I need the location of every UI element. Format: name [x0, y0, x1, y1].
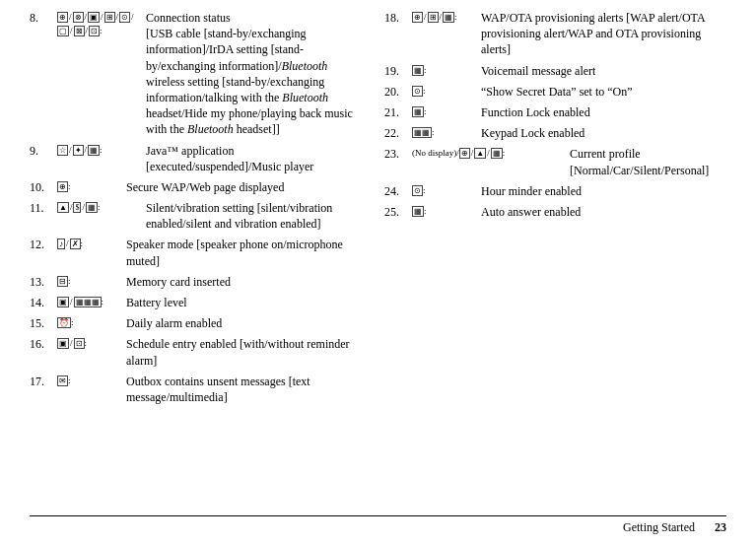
entry-10: 10. ⊕: Secure WAP/Web page displayed	[30, 179, 365, 195]
entry-23-desc: Current profile [Normal/Car/Silent/Perso…	[570, 146, 726, 177]
entry-21-number: 21.	[384, 104, 412, 120]
entry-22-desc: Keypad Lock enabled	[481, 125, 726, 141]
footer-page: 23	[715, 520, 726, 535]
entry-20-desc: “Show Secret Data” set to “On”	[481, 84, 726, 100]
entry-18: 18. ⊕/⊞/▦: WAP/OTA provisioning alerts […	[384, 10, 726, 58]
entry-8-number: 8.	[30, 10, 57, 138]
entry-21-icon: ▦:	[412, 104, 481, 120]
entry-10-desc: Secure WAP/Web page displayed	[126, 179, 365, 195]
footer-label: Getting Started	[623, 520, 695, 535]
entry-13: 13. ⊟: Memory card inserted	[30, 274, 365, 290]
entry-25-number: 25.	[384, 204, 412, 220]
left-column: 8. ⊕/⊗/▣/⊞/⊙/▢/⊠/⊡: Connection status [U…	[30, 10, 365, 511]
entry-11: 11. ▲/$/▦: Silent/vibration setting [sil…	[30, 200, 365, 232]
right-column: 18. ⊕/⊞/▦: WAP/OTA provisioning alerts […	[384, 10, 726, 511]
entry-9: 9. ☆/✦/▦: Java™ application [executed/su…	[30, 143, 365, 174]
entry-19-number: 19.	[384, 63, 412, 79]
entry-8-desc: Connection status [USB cable [stand-by/e…	[146, 10, 365, 138]
content-area: 8. ⊕/⊗/▣/⊞/⊙/▢/⊠/⊡: Connection status [U…	[30, 10, 726, 511]
entry-21-desc: Function Lock enabled	[481, 104, 726, 120]
entry-20-number: 20.	[384, 84, 412, 100]
entry-11-icon: ▲/$/▦:	[57, 200, 146, 232]
entry-10-number: 10.	[30, 179, 57, 195]
entry-8-icon: ⊕/⊗/▣/⊞/⊙/▢/⊠/⊡:	[57, 10, 146, 138]
entry-24: 24. ⊙: Hour minder enabled	[384, 183, 726, 199]
entry-18-number: 18.	[384, 10, 412, 58]
entry-12: 12. ♪/✗: Speaker mode [speaker phone on/…	[30, 237, 365, 268]
entry-16-icon: ▣/⊡:	[57, 336, 126, 368]
entry-25: 25. ▦: Auto answer enabled	[384, 204, 726, 220]
entry-11-number: 11.	[30, 200, 57, 232]
entry-20: 20. ⊙: “Show Secret Data” set to “On”	[384, 84, 726, 100]
entry-19-icon: ▦:	[412, 63, 481, 79]
entry-14-icon: ▣/▦▦▦:	[57, 295, 126, 310]
entry-17-icon: ✉:	[57, 374, 126, 405]
entry-15: 15. ⏰: Daily alarm enabled	[30, 315, 365, 331]
entry-16-desc: Schedule entry enabled [with/without rem…	[126, 336, 365, 368]
entry-23: 23. (No display)/⊕/▲/▦: Current profile …	[384, 146, 726, 177]
entry-9-desc: Java™ application [executed/suspended]/M…	[146, 143, 365, 174]
entry-11-desc: Silent/vibration setting [silent/vibrati…	[146, 200, 365, 232]
entry-15-icon: ⏰:	[57, 315, 126, 331]
entry-23-number: 23.	[384, 146, 412, 177]
entry-12-desc: Speaker mode [speaker phone on/microphon…	[126, 237, 365, 268]
entry-20-icon: ⊙:	[412, 84, 481, 100]
entry-17-number: 17.	[30, 374, 57, 405]
entry-13-number: 13.	[30, 274, 57, 290]
entry-13-desc: Memory card inserted	[126, 274, 365, 290]
entry-17-desc: Outbox contains unsent messages [text me…	[126, 374, 365, 405]
entry-25-desc: Auto answer enabled	[481, 204, 726, 220]
entry-12-icon: ♪/✗:	[57, 237, 126, 268]
entry-15-number: 15.	[30, 315, 57, 331]
entry-13-icon: ⊟:	[57, 274, 126, 290]
entry-18-desc: WAP/OTA provisioning alerts [WAP alert/O…	[481, 10, 726, 58]
entry-21: 21. ▦: Function Lock enabled	[384, 104, 726, 120]
entry-12-number: 12.	[30, 237, 57, 268]
footer: Getting Started 23	[30, 515, 726, 535]
entry-23-icon: (No display)/⊕/▲/▦:	[412, 146, 570, 177]
entry-19: 19. ▦: Voicemail message alert	[384, 63, 726, 79]
entry-22-number: 22.	[384, 125, 412, 141]
entry-25-icon: ▦:	[412, 204, 481, 220]
entry-24-icon: ⊙:	[412, 183, 481, 199]
entry-9-number: 9.	[30, 143, 57, 174]
entry-24-desc: Hour minder enabled	[481, 183, 726, 199]
entry-24-number: 24.	[384, 183, 412, 199]
entry-8: 8. ⊕/⊗/▣/⊞/⊙/▢/⊠/⊡: Connection status [U…	[30, 10, 365, 138]
entry-9-icon: ☆/✦/▦:	[57, 143, 146, 174]
page-container: 8. ⊕/⊗/▣/⊞/⊙/▢/⊠/⊡: Connection status [U…	[0, 0, 756, 545]
entry-16-number: 16.	[30, 336, 57, 368]
entry-14: 14. ▣/▦▦▦: Battery level	[30, 295, 365, 310]
entry-10-icon: ⊕:	[57, 179, 126, 195]
entry-22-icon: ▦▦:	[412, 125, 481, 141]
entry-18-icon: ⊕/⊞/▦:	[412, 10, 481, 58]
entry-22: 22. ▦▦: Keypad Lock enabled	[384, 125, 726, 141]
entry-14-desc: Battery level	[126, 295, 365, 310]
entry-17: 17. ✉: Outbox contains unsent messages […	[30, 374, 365, 405]
entry-14-number: 14.	[30, 295, 57, 310]
entry-19-desc: Voicemail message alert	[481, 63, 726, 79]
entry-16: 16. ▣/⊡: Schedule entry enabled [with/wi…	[30, 336, 365, 368]
entry-15-desc: Daily alarm enabled	[126, 315, 365, 331]
